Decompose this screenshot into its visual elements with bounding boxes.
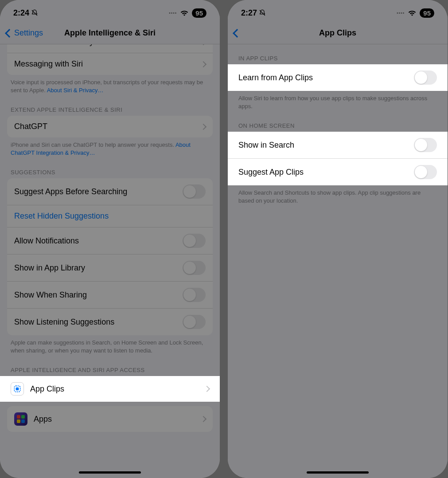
chevron-right-icon	[200, 124, 206, 130]
chevron-left-icon	[233, 29, 242, 38]
row-reset-hidden[interactable]: Reset Hidden Suggestions	[7, 205, 213, 227]
nav-bar: App Clips	[228, 22, 448, 44]
silent-bell-icon	[31, 9, 38, 16]
battery-level: 95	[420, 8, 434, 18]
row-allow-notifications[interactable]: Allow Notifications	[7, 227, 213, 254]
row-siri-history[interactable]: Siri & Dictation History	[7, 44, 213, 53]
back-label: Settings	[14, 28, 43, 38]
toggle-allow-notifications[interactable]	[183, 234, 206, 248]
section-on-home-screen: ON HOME SCREEN	[228, 112, 448, 132]
toggle-suggest-app-clips[interactable]	[414, 165, 437, 179]
section-suggestions: SUGGESTIONS	[0, 158, 220, 178]
row-messaging-siri[interactable]: Messaging with Siri	[7, 53, 213, 75]
extend-group: ChatGPT	[7, 116, 213, 137]
cellular-dots-icon: ••••	[397, 11, 405, 16]
back-button[interactable]	[234, 30, 241, 36]
footer-chatgpt: iPhone and Siri can use ChatGPT to help …	[0, 137, 220, 158]
footer-voice-input: Voice input is processed on iPhone, but …	[0, 75, 220, 96]
section-in-app-clips: IN APP CLIPS	[228, 44, 448, 64]
toggle-app-library[interactable]	[183, 261, 206, 275]
status-time: 2:27	[241, 8, 257, 18]
learn-group: Learn from App Clips	[228, 64, 448, 91]
chevron-right-icon	[200, 61, 206, 67]
section-extend: EXTEND APPLE INTELLIGENCE & SIRI	[0, 96, 220, 116]
app-access-group: App Clips	[0, 376, 220, 402]
row-show-in-search[interactable]: Show in Search	[228, 132, 448, 158]
home-indicator[interactable]	[79, 471, 141, 474]
nav-title: Apple Intelligence & Siri	[64, 28, 156, 38]
footer-home-screen: Allow Search and Shortcuts to show app c…	[228, 185, 448, 206]
row-learn-app-clips[interactable]: Learn from App Clips	[228, 64, 448, 91]
silent-bell-icon	[259, 9, 266, 16]
chevron-right-icon	[200, 44, 206, 45]
footer-learn: Allow Siri to learn from how you use app…	[228, 91, 448, 112]
about-siri-privacy-link[interactable]: About Siri & Privacy…	[47, 87, 104, 94]
toggle-listening[interactable]	[183, 315, 206, 329]
chevron-left-icon	[5, 29, 14, 38]
phone-app-clips: 2:27 •••• 95 App Clips IN APP CLIPS Lear…	[228, 0, 448, 478]
toggle-learn-app-clips[interactable]	[414, 71, 437, 85]
status-bar: 2:24 •••• 95	[0, 0, 220, 22]
row-chatgpt[interactable]: ChatGPT	[7, 116, 213, 137]
toggle-sharing[interactable]	[183, 288, 206, 302]
app-clips-icon	[11, 382, 24, 396]
section-app-access: APPLE INTELLIGENCE AND SIRI APP ACCESS	[0, 356, 220, 376]
back-button[interactable]: Settings	[6, 28, 43, 38]
chevron-right-icon	[204, 386, 210, 392]
footer-suggestions: Apple can make suggestions in Search, on…	[0, 335, 220, 356]
cellular-dots-icon: ••••	[169, 11, 177, 16]
home-indicator[interactable]	[307, 471, 369, 474]
wifi-icon	[180, 10, 188, 16]
row-show-app-library[interactable]: Show in App Library	[7, 254, 213, 281]
siri-group: Siri & Dictation History Messaging with …	[7, 44, 213, 75]
apps-group: Apps	[7, 406, 213, 432]
toggle-show-in-search[interactable]	[414, 138, 437, 152]
suggestions-group: Suggest Apps Before Searching Reset Hidd…	[7, 178, 213, 335]
row-apps[interactable]: Apps	[7, 406, 213, 432]
row-suggest-before-search[interactable]: Suggest Apps Before Searching	[7, 178, 213, 205]
nav-title: App Clips	[319, 28, 356, 38]
phone-siri-settings: 2:24 •••• 95 Settings Apple Intelligence…	[0, 0, 220, 478]
svg-rect-1	[16, 388, 19, 391]
wifi-icon	[408, 10, 416, 16]
battery-level: 95	[192, 8, 206, 18]
chevron-right-icon	[200, 416, 206, 422]
row-suggest-app-clips[interactable]: Suggest App Clips	[228, 158, 448, 185]
row-show-listening[interactable]: Show Listening Suggestions	[7, 308, 213, 335]
row-app-clips[interactable]: App Clips	[0, 376, 220, 402]
status-time: 2:24	[13, 8, 29, 18]
home-screen-group: Show in Search Suggest App Clips	[228, 132, 448, 185]
row-show-when-sharing[interactable]: Show When Sharing	[7, 281, 213, 308]
status-bar: 2:27 •••• 95	[228, 0, 448, 22]
nav-bar: Settings Apple Intelligence & Siri	[0, 22, 220, 44]
apps-icon	[14, 412, 27, 426]
toggle-suggest-before[interactable]	[183, 184, 206, 199]
